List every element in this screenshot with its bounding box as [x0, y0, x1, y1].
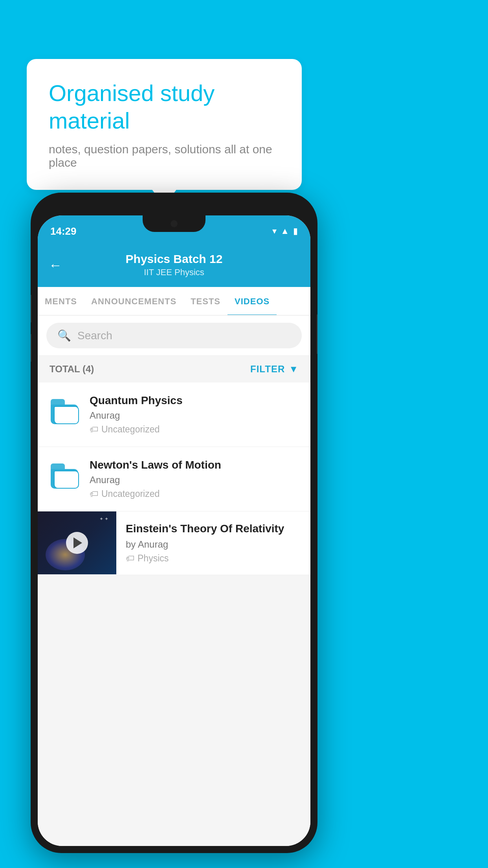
header-title: Physics Batch 12 — [126, 252, 223, 266]
signal-icon: ▲ — [281, 226, 289, 236]
phone-notch — [143, 215, 205, 232]
phone-screen: 14:29 ▾ ▲ ▮ ← Physics Batch 12 IIT JEE P… — [38, 215, 310, 846]
filter-button[interactable]: FILTER ▼ — [250, 364, 299, 375]
tab-announcements[interactable]: ANNOUNCEMENTS — [84, 287, 183, 316]
list-item-title-newton: Newton's Laws of Motion — [90, 459, 299, 471]
search-icon: 🔍 — [57, 329, 71, 342]
camera — [171, 220, 178, 227]
header-subtitle: IIT JEE Physics — [126, 267, 223, 278]
search-placeholder[interactable]: Search — [77, 329, 112, 342]
total-label: TOTAL (4) — [50, 364, 94, 375]
vol-down-button — [31, 334, 31, 362]
list-item-tag-quantum: 🏷 Uncategorized — [90, 424, 299, 435]
folder-icon-newton — [49, 461, 80, 493]
tag-icon: 🏷 — [90, 425, 98, 435]
play-icon — [73, 537, 82, 548]
video-tag-einstein: 🏷 Physics — [126, 553, 301, 564]
tabs-bar: MENTS ANNOUNCEMENTS TESTS VIDEOS — [38, 287, 310, 316]
phone-frame: 14:29 ▾ ▲ ▮ ← Physics Batch 12 IIT JEE P… — [31, 193, 317, 853]
list-item-tag-newton: 🏷 Uncategorized — [90, 489, 299, 499]
total-filter-row: TOTAL (4) FILTER ▼ — [38, 356, 310, 383]
status-icons: ▾ ▲ ▮ — [272, 226, 298, 236]
status-time: 14:29 — [50, 225, 77, 237]
list-item-content-quantum: Quantum Physics Anurag 🏷 Uncategorized — [90, 394, 299, 435]
tag-text-quantum: Uncategorized — [101, 424, 160, 435]
video-play-button[interactable] — [66, 532, 88, 554]
header-title-group: Physics Batch 12 IIT JEE Physics — [126, 252, 223, 278]
speech-bubble-title: Organised study material — [49, 79, 280, 134]
list-item-author-newton: Anurag — [90, 474, 299, 485]
speech-bubble-container: Organised study material notes, question… — [27, 59, 302, 190]
back-button[interactable]: ← — [49, 257, 62, 273]
power-button — [317, 314, 317, 354]
video-content-einstein: Einstein's Theory Of Relativity by Anura… — [116, 511, 310, 575]
video-thumbnail-einstein: ✦ ✦ — [38, 511, 116, 574]
list-item-title-quantum: Quantum Physics — [90, 394, 299, 407]
video-author-einstein: by Anurag — [126, 539, 301, 550]
list-item[interactable]: Quantum Physics Anurag 🏷 Uncategorized — [38, 383, 310, 447]
tab-videos[interactable]: VIDEOS — [227, 287, 277, 316]
list-item-content-newton: Newton's Laws of Motion Anurag 🏷 Uncateg… — [90, 459, 299, 499]
tab-tests[interactable]: TESTS — [183, 287, 227, 316]
battery-icon: ▮ — [293, 226, 298, 236]
tag-icon: 🏷 — [90, 489, 98, 499]
filter-label: FILTER — [250, 364, 285, 375]
vol-up-button — [31, 295, 31, 322]
video-title-einstein: Einstein's Theory Of Relativity — [126, 522, 301, 535]
folder-icon-quantum — [49, 397, 80, 428]
list-container: Quantum Physics Anurag 🏷 Uncategorized — [38, 383, 310, 575]
filter-icon: ▼ — [289, 364, 299, 375]
tag-text-einstein: Physics — [138, 553, 169, 564]
tag-icon: 🏷 — [126, 554, 134, 564]
search-container: 🔍 Search — [38, 316, 310, 356]
screen-content[interactable]: ← Physics Batch 12 IIT JEE Physics MENTS… — [38, 244, 310, 846]
star-decoration: ✦ ✦ — [99, 516, 108, 522]
speech-bubble: Organised study material notes, question… — [27, 59, 302, 190]
speech-bubble-subtitle: notes, question papers, solutions all at… — [49, 143, 280, 169]
list-item[interactable]: ✦ ✦ Einstein's Theory Of Relativity by A… — [38, 511, 310, 575]
wifi-icon: ▾ — [272, 226, 277, 236]
app-header: ← Physics Batch 12 IIT JEE Physics — [38, 244, 310, 287]
search-box[interactable]: 🔍 Search — [46, 323, 302, 348]
tab-ments[interactable]: MENTS — [38, 287, 84, 316]
list-item[interactable]: Newton's Laws of Motion Anurag 🏷 Uncateg… — [38, 447, 310, 511]
list-item-author-quantum: Anurag — [90, 410, 299, 421]
tag-text-newton: Uncategorized — [101, 489, 160, 499]
